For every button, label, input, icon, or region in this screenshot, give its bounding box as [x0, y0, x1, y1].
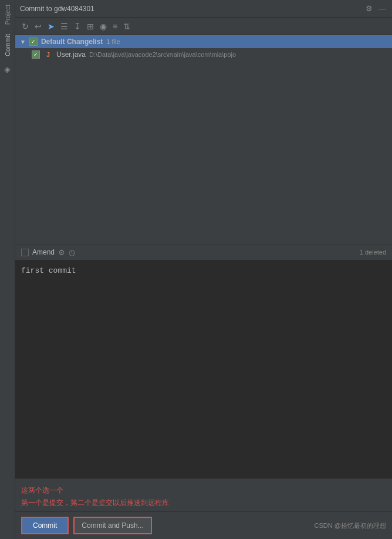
changelist-checkbox[interactable]: ✓ — [29, 38, 38, 46]
amend-history-icon[interactable]: ◷ — [69, 248, 75, 257]
branding-text: CSDN @拾忆最初的理想 — [315, 521, 386, 530]
sidebar-tab-commit[interactable]: Commit — [2, 29, 13, 61]
file-checkbox[interactable]: ✓ — [32, 50, 40, 59]
undo-button[interactable]: ↩ — [33, 21, 43, 32]
title-actions: ⚙ — — [364, 3, 387, 14]
amend-label: Amend — [32, 248, 55, 256]
file-path: D:\Data\java\javacode2\src\main\java\com… — [89, 51, 236, 58]
changelist-header[interactable]: ▼ ✓ Default Changelist 1 file — [15, 35, 392, 48]
download-button[interactable]: ↧ — [72, 21, 83, 32]
grid-button[interactable]: ⊞ — [85, 21, 96, 32]
refresh-button[interactable]: ↻ — [20, 21, 31, 32]
amend-checkbox[interactable] — [21, 249, 29, 256]
commit-button[interactable]: Commit — [21, 517, 69, 534]
file-name: User.java — [56, 50, 86, 59]
bottom-bar: Commit Commit and Push... CSDN @拾忆最初的理想 — [15, 511, 392, 539]
annotation-line2: 第一个是提交，第二个是提交以后推送到远程库 — [21, 497, 386, 509]
java-file-icon: J — [43, 50, 53, 59]
changelist-count: 1 file — [106, 38, 120, 45]
amend-left: Amend ⚙ ◷ — [21, 248, 75, 257]
bottom-buttons: Commit Commit and Push... — [21, 517, 152, 534]
settings-icon[interactable]: ⚙ — [364, 3, 374, 14]
deleted-text: 1 deleted — [360, 249, 386, 256]
diff-button[interactable]: ➤ — [46, 21, 56, 32]
sidebar-icon-git[interactable]: ◈ — [3, 65, 12, 74]
annotation-area: 这两个选一个 第一个是提交，第二个是提交以后推送到远程库 — [15, 479, 392, 511]
minimize-icon[interactable]: — — [377, 3, 387, 14]
eye-button[interactable]: ◉ — [98, 21, 109, 32]
sidebar-tab-project[interactable]: Project — [2, 0, 13, 29]
amend-bar: Amend ⚙ ◷ 1 deleted — [15, 245, 392, 260]
commit-message-area[interactable]: first commit — [15, 260, 392, 479]
file-item[interactable]: ✓ J User.java D:\Data\java\javacode2\src… — [15, 48, 392, 61]
title-bar: Commit to gdw4084301 ⚙ — — [15, 0, 392, 18]
sort-button[interactable]: ⇅ — [121, 21, 132, 32]
amend-settings-icon[interactable]: ⚙ — [58, 248, 65, 257]
changelist-name: Default Changelist — [41, 38, 103, 46]
commit-and-push-button[interactable]: Commit and Push... — [73, 517, 151, 534]
chevron-icon: ▼ — [20, 39, 26, 45]
file-tree: ▼ ✓ Default Changelist 1 file ✓ J User.j… — [15, 35, 392, 245]
annotation-line1: 这两个选一个 — [21, 484, 386, 496]
commit-message-text[interactable]: first commit — [21, 265, 386, 277]
main-content: Commit to gdw4084301 ⚙ — ↻ ↩ ➤ ☰ ↧ ⊞ ◉ ≡… — [15, 0, 392, 539]
list-button[interactable]: ☰ — [59, 21, 70, 32]
toolbar: ↻ ↩ ➤ ☰ ↧ ⊞ ◉ ≡ ⇅ — [15, 18, 392, 35]
left-sidebar: Project Commit ◈ — [0, 0, 15, 539]
title-text: Commit to gdw4084301 — [20, 5, 94, 13]
align-button[interactable]: ≡ — [111, 21, 119, 32]
